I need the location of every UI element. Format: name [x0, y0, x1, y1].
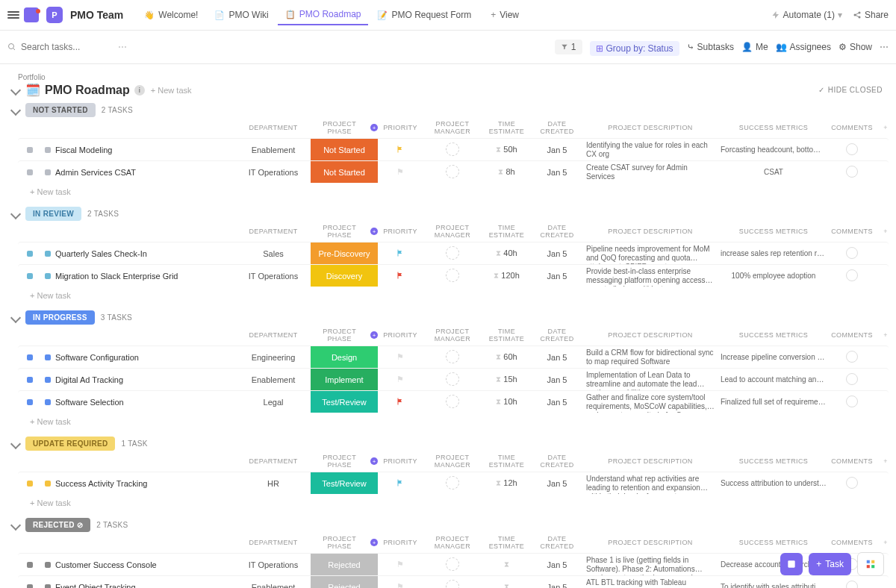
status-pill[interactable]: NOT STARTED	[25, 103, 96, 117]
column-header[interactable]: PROJECT PHASE+	[311, 535, 378, 550]
project-manager-cell[interactable]	[423, 557, 482, 572]
column-header[interactable]: PROJECT PHASE+	[311, 328, 378, 343]
task-status-dot[interactable]	[27, 377, 33, 383]
date-created-cell[interactable]: Jan 5	[531, 375, 583, 384]
new-task-header-button[interactable]: + New task	[151, 86, 192, 95]
priority-flag-icon[interactable]: ⚑	[396, 375, 404, 384]
success-metrics-cell[interactable]: Increase pipeline conversion of new busi…	[718, 353, 830, 361]
comments-cell[interactable]	[830, 269, 874, 283]
description-cell[interactable]: Identifying the value for roles in each …	[583, 140, 718, 160]
avatar-placeholder-icon[interactable]	[446, 269, 459, 282]
task-checkbox[interactable]	[45, 584, 51, 589]
comment-icon[interactable]	[846, 166, 858, 178]
task-checkbox[interactable]	[45, 147, 51, 153]
column-header[interactable]: DEPARTMENT	[236, 457, 311, 465]
status-pill[interactable]: REJECTED ⊘	[25, 518, 90, 532]
column-header[interactable]: PROJECT PHASE+	[311, 454, 378, 469]
add-column-button[interactable]: +	[874, 228, 896, 235]
automate-button[interactable]: Automate (1) ▾	[771, 10, 842, 20]
task-checkbox[interactable]	[45, 251, 51, 257]
status-pill[interactable]: IN REVIEW	[25, 207, 81, 221]
phase-cell[interactable]: Rejected	[311, 554, 378, 575]
column-header[interactable]: COMMENTS	[830, 539, 874, 546]
comment-icon[interactable]	[846, 395, 858, 407]
department-cell[interactable]: Enablement	[236, 375, 311, 384]
description-cell[interactable]: Create CSAT survey for Admin Services	[583, 162, 718, 183]
department-cell[interactable]: HR	[236, 479, 311, 488]
project-manager-cell[interactable]	[423, 476, 482, 491]
success-metrics-cell[interactable]: To identify with sales attribution varia…	[718, 583, 830, 588]
column-header[interactable]: DATE CREATED	[531, 120, 583, 135]
description-cell[interactable]: Understand what rep activities are leadi…	[583, 473, 718, 494]
department-cell[interactable]: Engineering	[236, 353, 311, 362]
priority-flag-icon[interactable]	[396, 397, 405, 406]
group-by-button[interactable]: ⊞Group by: Status	[590, 41, 679, 56]
column-header[interactable]: DATE CREATED	[531, 535, 583, 550]
column-header[interactable]: PRIORITY	[378, 539, 423, 546]
column-header[interactable]: SUCCESS METRICS	[718, 228, 830, 235]
status-pill[interactable]: IN PROGRESS	[25, 310, 95, 325]
avatar-placeholder-icon[interactable]	[446, 580, 459, 589]
task-fab-button[interactable]: +Task	[809, 553, 851, 575]
department-cell[interactable]: IT Operations	[236, 272, 311, 281]
task-row[interactable]: Customer Success Console IT Operations R…	[18, 553, 889, 575]
project-manager-cell[interactable]	[423, 395, 482, 410]
task-row[interactable]: Success Activity Tracking HR Test/Review…	[18, 472, 889, 494]
me-button[interactable]: 👤Me	[741, 42, 768, 52]
add-column-button[interactable]: +	[874, 124, 896, 131]
assignees-button[interactable]: 👥Assignees	[776, 42, 831, 52]
date-created-cell[interactable]: Jan 5	[531, 272, 583, 281]
department-cell[interactable]: Enablement	[236, 146, 311, 154]
comment-icon[interactable]	[846, 351, 858, 363]
column-header[interactable]: DEPARTMENT	[236, 539, 311, 546]
phase-cell[interactable]: Test/Review	[311, 391, 378, 413]
task-status-dot[interactable]	[27, 169, 33, 175]
date-created-cell[interactable]: Jan 5	[531, 560, 583, 569]
time-estimate-cell[interactable]: ⧗ 15h	[482, 375, 531, 384]
department-cell[interactable]: IT Operations	[236, 560, 311, 569]
priority-flag-icon[interactable]: ⚑	[396, 352, 404, 361]
filter-badge[interactable]: 1	[555, 40, 582, 54]
priority-cell[interactable]	[378, 271, 423, 281]
task-name[interactable]: Event Object Tracking	[55, 583, 136, 589]
task-name[interactable]: Software Configuration	[55, 353, 139, 362]
comments-cell[interactable]	[830, 247, 874, 260]
phase-plus-icon[interactable]: +	[370, 228, 378, 235]
column-header[interactable]: COMMENTS	[830, 457, 874, 465]
column-header[interactable]: TIME ESTIMATE	[482, 535, 531, 550]
task-status-dot[interactable]	[27, 251, 33, 257]
avatar-placeholder-icon[interactable]	[446, 350, 459, 363]
phase-cell[interactable]: Pre-Discovery	[311, 243, 378, 264]
task-name[interactable]: Customer Success Console	[55, 560, 157, 569]
add-column-button[interactable]: +	[874, 331, 896, 339]
column-header[interactable]: PROJECT MANAGER	[423, 535, 482, 550]
column-header[interactable]: SUCCESS METRICS	[718, 124, 830, 131]
task-status-dot[interactable]	[27, 354, 33, 360]
team-badge[interactable]: P	[46, 7, 63, 23]
project-manager-cell[interactable]	[423, 350, 482, 365]
task-status-dot[interactable]	[27, 584, 33, 589]
project-manager-cell[interactable]	[423, 269, 482, 284]
column-header[interactable]: PROJECT DESCRIPTION	[583, 228, 718, 235]
tab-pmo-request-form[interactable]: 📝PMO Request Form	[370, 4, 479, 25]
column-header[interactable]: TIME ESTIMATE	[482, 224, 531, 239]
task-row[interactable]: Event Object Tracking Enablement Rejecte…	[18, 575, 889, 588]
description-cell[interactable]: Pipeline needs improvement for MoM and Q…	[583, 243, 718, 264]
task-checkbox[interactable]	[45, 354, 51, 360]
task-name[interactable]: Software Selection	[55, 398, 124, 407]
task-row[interactable]: Software Configuration Engineering Desig…	[18, 345, 889, 368]
task-status-dot[interactable]	[27, 562, 33, 568]
task-status-dot[interactable]	[27, 481, 33, 487]
comments-cell[interactable]	[830, 581, 874, 589]
time-estimate-cell[interactable]: ⧗	[482, 582, 531, 588]
phase-plus-icon[interactable]: +	[370, 124, 378, 131]
phase-cell[interactable]: Discovery	[311, 265, 378, 287]
task-status-dot[interactable]	[27, 273, 33, 279]
description-cell[interactable]: ATL BTL tracking with Tableau dashboard …	[583, 577, 718, 589]
department-cell[interactable]: Sales	[236, 249, 311, 258]
column-header[interactable]: PROJECT MANAGER	[423, 454, 482, 469]
column-header[interactable]: PRIORITY	[378, 228, 423, 235]
success-metrics-cell[interactable]: Finalized full set of requirements for V…	[718, 398, 830, 406]
breadcrumb[interactable]: Portfolio	[18, 73, 889, 81]
task-row[interactable]: Software Selection Legal Test/Review ⧗ 1…	[18, 390, 889, 413]
